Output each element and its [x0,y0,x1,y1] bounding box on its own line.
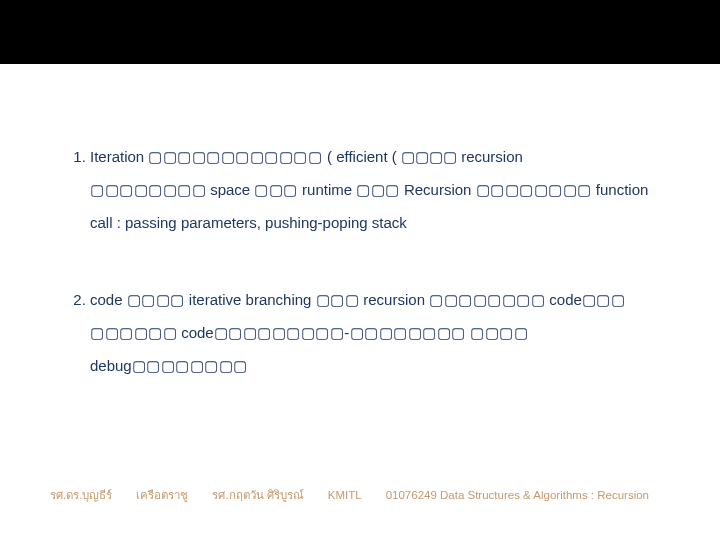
word: iterative branching [185,291,316,308]
text-line: ▢▢▢▢▢▢ code▢▢▢▢▢▢▢▢▢-▢▢▢▢▢▢▢▢ ▢▢▢▢ debug… [90,316,662,382]
footer-author-2: รศ.กฤตวัน ศิริบูรณ์ [212,486,303,504]
word: recursion [461,148,523,165]
footer-author-1: รศ.ดร.บุญธีร์ [50,486,112,504]
tofu-run: ▢▢▢▢▢▢ [90,324,177,341]
text-line: call : passing parameters, pushing-popin… [90,206,662,239]
tofu-run: ▢▢▢▢ [127,291,185,308]
word: code [177,324,214,341]
text-line: ▢▢▢▢▢▢▢▢ space ▢▢▢ runtime ▢▢▢ Recursion… [90,173,662,206]
word: debug [90,357,132,374]
footer-author-1b: เครือตราชู [136,486,188,504]
tofu-run: ▢▢▢ [254,181,298,198]
tofu-run: ▢▢▢▢▢▢▢▢ [90,181,206,198]
slide: Iteration ▢▢▢▢▢▢▢▢▢▢▢▢ ( efficient ( ▢▢▢… [0,0,720,540]
bullet-list: Iteration ▢▢▢▢▢▢▢▢▢▢▢▢ ( efficient ( ▢▢▢… [62,140,662,382]
list-item: Iteration ▢▢▢▢▢▢▢▢▢▢▢▢ ( efficient ( ▢▢▢… [90,140,662,239]
tofu-run: ▢▢▢▢▢▢▢▢ [429,291,545,308]
title-bar [0,0,720,64]
word: code [545,291,582,308]
word: call : passing parameters, pushing-popin… [90,214,407,231]
word: function [592,181,649,198]
list-item: code ▢▢▢▢ iterative branching ▢▢▢ recurs… [90,283,662,382]
text-line: Iteration ▢▢▢▢▢▢▢▢▢▢▢▢ ( efficient ( ▢▢▢… [90,140,662,173]
tofu-run: ▢▢▢ [316,291,360,308]
word: ( efficient ( ▢▢▢▢ [327,148,461,165]
tofu-run: ▢▢▢ [356,181,400,198]
tofu-run: ▢▢▢▢▢▢▢▢ [476,181,592,198]
footer-institution: KMITL [328,489,362,501]
footer-course: 01076249 Data Structures & Algorithms : … [386,489,649,501]
tofu-run: ▢▢▢▢▢▢▢▢▢▢▢▢ [148,148,327,165]
body-text: Iteration ▢▢▢▢▢▢▢▢▢▢▢▢ ( efficient ( ▢▢▢… [62,140,662,426]
word: Recursion [400,181,476,198]
word: Iteration [90,148,148,165]
tofu-run: ▢▢▢▢▢▢▢▢▢-▢▢▢▢▢▢▢▢ ▢▢▢▢ [214,324,529,341]
text-line: code ▢▢▢▢ iterative branching ▢▢▢ recurs… [90,283,662,316]
word: recursion [359,291,429,308]
word: code [90,291,127,308]
tofu-run: ▢▢▢ [582,291,626,308]
word: space [206,181,254,198]
footer: รศ.ดร.บุญธีร์ เครือตราชู รศ.กฤตวัน ศิริบ… [50,486,680,504]
tofu-run: ▢▢▢▢▢▢▢▢ [132,357,248,374]
word: runtime [298,181,356,198]
